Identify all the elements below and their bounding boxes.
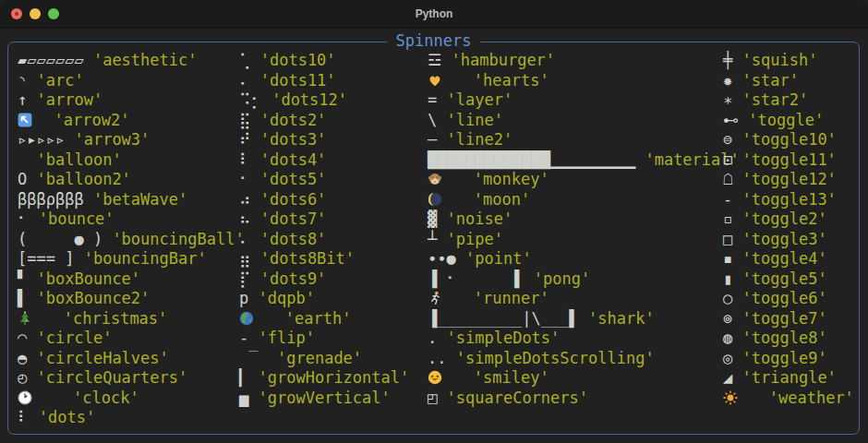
spinner-frame — [445, 170, 464, 188]
spinner-name: 'arc' — [37, 71, 84, 90]
spinner-name: 'dots5' — [260, 170, 327, 188]
frame-name-separator — [441, 51, 451, 69]
spinner-row: p 'dqpb' — [239, 289, 409, 309]
frame-name-separator — [250, 130, 259, 149]
frame-name-separator — [250, 230, 259, 248]
frame-name-separator — [27, 269, 36, 288]
frame-name-separator — [579, 309, 588, 328]
spinner-frame: ∗ — [723, 90, 732, 109]
spinner-row: ⠞ 'dots3' — [239, 130, 409, 150]
see-no-evil-monkey-icon — [428, 172, 445, 186]
frame-name-separator — [248, 289, 258, 307]
spinner-row: ◍ 'toggle8' — [723, 329, 854, 349]
spinner-frame: ⠂ — [239, 170, 250, 188]
frame-name-separator — [437, 389, 446, 407]
spinner-name: 'growVertical' — [259, 389, 391, 407]
spinner-frame: ⠴ — [239, 190, 250, 209]
spinner-frame: □ — [723, 230, 732, 248]
spinner-frame: ☲ — [428, 51, 441, 69]
spinner-name: 'point' — [465, 249, 532, 268]
spinner-row: ┴ 'pipe' — [428, 230, 740, 250]
frame-name-separator — [250, 71, 259, 90]
minimize-button[interactable] — [30, 8, 41, 19]
spinner-name: 'arrow3' — [74, 130, 150, 149]
spinner-row: ⠂ 'dots5' — [239, 170, 409, 190]
spinner-name: 'smiley' — [474, 368, 549, 387]
spinner-frame: ⠇ — [239, 150, 250, 169]
spinner-row: ○ 'toggle6' — [723, 289, 854, 309]
frame-name-separator — [732, 170, 741, 188]
spinner-row: = 'layer' — [428, 90, 740, 111]
frame-name-separator — [732, 309, 741, 328]
spinner-row: 'christmas' — [18, 309, 245, 329]
spinner-row: ⠦ 'dots7' — [239, 210, 409, 230]
frame-name-separator — [27, 329, 36, 347]
spinner-frame: ╪ — [723, 51, 732, 69]
spinner-name: 'star' — [742, 71, 799, 90]
yellow-heart-icon — [428, 73, 445, 88]
spinner-name: 'dots4' — [260, 150, 327, 169]
frame-name-separator — [464, 190, 473, 209]
spinner-row: ▅ 'growVertical' — [239, 389, 409, 409]
spinner-frame: ◢ — [723, 368, 732, 387]
spinner-column-1: ▰▱▱▱▱▱▱ 'aesthetic'◝ 'arc'↑ 'arrow' 'arr… — [18, 51, 245, 428]
spinner-frame: . — [428, 329, 437, 347]
spinner-row: – 'line2' — [428, 130, 740, 150]
spinner-frame: ◝ — [18, 71, 27, 90]
clock-icon — [18, 390, 35, 405]
spinner-column-4: ╪ 'squish'✹ 'star'∗ 'star2'⊷ 'toggle'⊜ '… — [723, 51, 854, 408]
spinner-name: 'boxBounce2' — [37, 289, 151, 307]
spinner-row: ⢁ 'dots10' — [239, 51, 409, 71]
frame-name-separator — [84, 51, 93, 69]
spinner-row: ▫ 'toggle2' — [723, 210, 854, 230]
frame-name-separator — [759, 389, 768, 407]
spinner-name: 'circleQuarters' — [37, 368, 188, 387]
frame-name-separator — [262, 90, 271, 109]
sun-icon — [723, 390, 741, 405]
spinner-name: 'simpleDotsScrolling' — [456, 349, 655, 367]
spinner-row: ◢ 'triangle' — [723, 368, 854, 389]
spinner-frame: ▮ — [723, 269, 732, 288]
spinner-row: 'earth' — [239, 309, 409, 329]
zoom-button[interactable] — [48, 8, 59, 19]
spinner-frame: ▐_________|\___▌ — [428, 309, 579, 328]
spinner-row: ⠩⡂ 'dots12' — [239, 90, 409, 111]
spinner-frame: p — [239, 289, 248, 307]
spinner-frame: ✹ — [723, 71, 732, 90]
frame-name-separator — [437, 230, 446, 248]
spinner-row: ⠇ 'dots4' — [239, 150, 409, 171]
spinner-row: ☲ 'hamburger' — [428, 51, 740, 71]
spinner-frame: ∙∙● — [428, 249, 456, 268]
spinner-name: 'grenade' — [277, 349, 362, 367]
frame-name-separator — [248, 368, 258, 387]
spinner-row: ⡏ 'dots9' — [239, 269, 409, 290]
spinner-name: 'toggle3' — [742, 230, 827, 248]
spinner-frame — [445, 368, 464, 387]
spinner-row: ╪ 'squish' — [723, 51, 854, 71]
spinner-row: [=== ] 'bouncingBar' — [18, 249, 245, 269]
spinner-frame: ⊷ — [723, 111, 739, 129]
spinner-frame: ⠂ — [18, 210, 29, 228]
spinner-row: - 'toggle13' — [723, 190, 854, 210]
spinner-frame: ⠄ — [239, 230, 250, 248]
spinner-name: 'toggle8' — [742, 329, 827, 347]
spinner-name: 'dots8' — [260, 230, 327, 248]
frame-name-separator — [732, 210, 741, 228]
frame-name-separator — [54, 309, 63, 328]
spinner-frame: ○ — [723, 289, 732, 307]
frame-name-separator — [524, 269, 534, 288]
frame-name-separator — [27, 289, 36, 307]
frame-name-separator — [437, 130, 446, 149]
spinner-frame: ( ● ) — [18, 230, 102, 248]
spinner-name: 'shark' — [588, 309, 655, 328]
spinner-frame: ⠇ — [18, 408, 29, 426]
spinner-column-3: ☲ 'hamburger' 'hearts'= 'layer'\ 'line'–… — [428, 51, 740, 408]
frame-name-separator — [27, 170, 36, 188]
frame-name-separator — [44, 111, 54, 129]
frame-name-separator — [437, 90, 446, 109]
close-button[interactable] — [11, 8, 22, 19]
spinner-frame: ⣯ — [239, 111, 250, 129]
spinner-row: .. 'simpleDotsScrolling' — [428, 349, 740, 369]
spinner-row: ⊜ 'toggle10' — [723, 130, 854, 150]
spinner-row: ⠴ 'dots6' — [239, 190, 409, 210]
